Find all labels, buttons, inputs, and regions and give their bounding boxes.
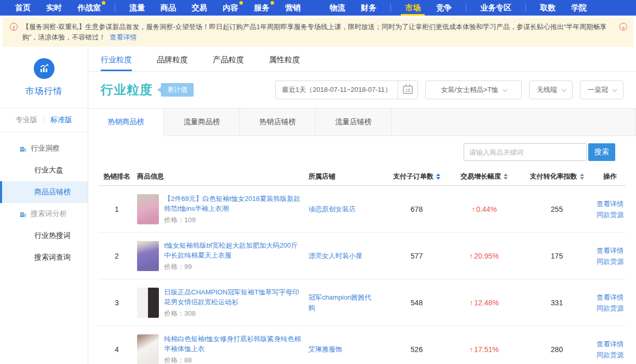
version-pro[interactable]: 专业版: [9, 115, 44, 125]
header-actions: 操作: [594, 172, 626, 181]
tab-product-granularity[interactable]: 产品粒度: [213, 49, 244, 71]
up-arrow-icon: ↑: [471, 205, 475, 213]
search-button[interactable]: 搜索: [588, 143, 615, 161]
product-title-link[interactable]: t恤女短袖韩版bf宽松超大款加肥加大码200斤中长款纯棉夏天上衣服: [164, 240, 304, 260]
view-detail-link[interactable]: 查看详情: [597, 198, 624, 209]
building-icon: [20, 211, 26, 218]
nav-item-trade[interactable]: 交易: [188, 0, 210, 16]
nav-item-marketing[interactable]: 营销: [282, 0, 304, 16]
chevron-down-icon: [503, 87, 508, 92]
nav-item-warroom[interactable]: 作战室: [74, 0, 104, 16]
chevron-down-icon: [561, 87, 566, 92]
shop-link[interactable]: 艾琳雅服饰: [306, 344, 384, 355]
subtab-traffic-shops[interactable]: 流量店铺榜: [316, 109, 391, 136]
nav-item-realtime[interactable]: 实时: [43, 0, 65, 16]
nav-item-traffic[interactable]: 流量: [126, 0, 148, 16]
product-image[interactable]: [137, 334, 159, 364]
nav-item-business-zone[interactable]: 业务专区: [477, 0, 515, 16]
nav-item-logistics[interactable]: 物流: [327, 0, 348, 16]
table-row: 4 纯棉白色短袖t恤女修身打底衫韩版紧身纯色棉半袖体恤上衣 价格：88 艾琳雅服…: [99, 326, 626, 364]
sort-icon[interactable]: [436, 173, 440, 180]
product-image[interactable]: [137, 288, 159, 318]
header-conversion[interactable]: 支付转化率指数: [519, 172, 594, 181]
rank-value: 4: [99, 345, 135, 354]
conversion-value: 331: [519, 299, 594, 307]
product-title-link[interactable]: 纯棉白色短袖t恤女修身打底衫韩版紧身纯色棉半袖体恤上衣: [164, 334, 304, 354]
notice-detail-link[interactable]: 查看详情: [110, 33, 137, 41]
growth-value: 0.44%: [476, 205, 497, 213]
nav-item-content[interactable]: 内容: [220, 0, 241, 16]
notification-dot: [239, 1, 243, 5]
table-row: 3 日版正品CHAMPION冠军短袖T恤草写字母印花男女情侣款宽松运动衫 价格：…: [99, 279, 626, 326]
nav-item-home[interactable]: 首页: [12, 0, 34, 16]
up-arrow-icon: ↑: [469, 252, 473, 260]
shop-link[interactable]: 冠军champion茜茜代购: [306, 292, 384, 313]
product-price: 价格：308: [164, 309, 304, 318]
shop-link[interactable]: 读恋原创女装店: [306, 204, 384, 214]
market-chart-icon: [34, 58, 55, 79]
nav-item-market[interactable]: 市场: [402, 0, 424, 16]
nav-divider: [525, 4, 526, 11]
header-product: 商品信息: [135, 172, 306, 181]
nav-item-finance[interactable]: 财务: [358, 0, 380, 16]
rank-value: 3: [99, 299, 135, 307]
title-row: 行业粒度 累计值 最近1天（2018-07-11~2018-07-11） 15 …: [88, 72, 636, 109]
subtab-hot-shops[interactable]: 热销店铺榜: [240, 109, 316, 136]
subtab-traffic-products[interactable]: 流量商品榜: [164, 109, 240, 136]
view-detail-link[interactable]: 查看详情: [597, 245, 624, 256]
subtab-filler: [391, 109, 636, 136]
subtab-hot-products[interactable]: 热销商品榜: [88, 109, 164, 136]
close-icon[interactable]: [619, 23, 627, 31]
product-title-link[interactable]: 日版正品CHAMPION冠军短袖T恤草写字母印花男女情侣款宽松运动衫: [164, 287, 304, 307]
sidebar-item-industry-market[interactable]: 行业大盘: [0, 159, 88, 181]
conversion-value: 255: [519, 205, 594, 213]
table-row: 1 【2件69元】白色短袖t恤女2018夏装韩版新款韩范t恤ins半袖上衣潮 价…: [99, 186, 626, 233]
sidebar-item-product-shop-rank[interactable]: 商品店铺榜: [0, 181, 88, 203]
version-standard[interactable]: 标准版: [44, 115, 78, 125]
search-row: 搜索: [88, 136, 636, 167]
terminal-dropdown[interactable]: 无线端: [529, 80, 573, 99]
sidebar-group-industry-insight[interactable]: 行业洞察: [0, 138, 88, 159]
up-arrow-icon: ↑: [469, 299, 473, 307]
nav-item-competition[interactable]: 竞争: [433, 0, 455, 16]
nav-item-products[interactable]: 商品: [157, 0, 179, 16]
category-dropdown[interactable]: 女装/女士精品>T恤: [425, 80, 522, 99]
sort-icon[interactable]: [580, 173, 584, 180]
sidebar-item-hot-words[interactable]: 行业热搜词: [0, 225, 88, 247]
tab-attribute-granularity[interactable]: 属性粒度: [269, 49, 300, 71]
sidebar-item-word-query[interactable]: 搜索词查询: [0, 247, 88, 268]
search-input[interactable]: [464, 143, 587, 161]
same-source-link[interactable]: 同款货源: [597, 256, 624, 267]
header-growth[interactable]: 交易增长幅度: [449, 172, 519, 181]
same-source-link[interactable]: 同款货源: [597, 303, 624, 314]
cumulative-badge: 累计值: [161, 83, 194, 97]
product-title-link[interactable]: 【2件69元】白色短袖t恤女2018夏装韩版新款韩范t恤ins半袖上衣潮: [164, 194, 304, 213]
product-image[interactable]: [137, 241, 159, 271]
notification-dot: [270, 1, 274, 5]
notice-bar: 【服务洞察-双重礼】生意参谋新品首发，服务洞察-众望登场！即日起订购产品1年周期…: [3, 18, 633, 47]
shop-level-dropdown[interactable]: 一皇冠: [580, 80, 624, 99]
shop-link[interactable]: 漂亮女人时装小屋: [306, 251, 384, 261]
main-content: 行业粒度 品牌粒度 产品粒度 属性粒度 行业粒度 累计值 最近1天（2018-0…: [88, 49, 636, 364]
header-orders[interactable]: 支付子订单数: [384, 172, 449, 181]
orders-value: 678: [384, 205, 449, 213]
tab-industry-granularity[interactable]: 行业粒度: [101, 49, 132, 71]
same-source-link[interactable]: 同款货源: [597, 209, 624, 220]
same-source-link[interactable]: 同款货源: [597, 349, 624, 360]
nav-divider: [390, 4, 391, 11]
rank-table: 热销排名 商品信息 所属店铺 支付子订单数 交易增长幅度 支付转化率指数 操作: [88, 167, 636, 364]
sort-icon[interactable]: [504, 173, 508, 180]
calendar-button[interactable]: 15: [398, 80, 417, 99]
product-image[interactable]: [137, 194, 159, 224]
product-price: 价格：88: [164, 356, 304, 364]
date-range-picker[interactable]: 最近1天（2018-07-11~2018-07-11） 15: [275, 80, 418, 99]
view-detail-link[interactable]: 查看详情: [597, 292, 624, 303]
sidebar-group-search-words[interactable]: 搜索词分析: [0, 203, 88, 225]
nav-item-data-fetch[interactable]: 取数: [537, 0, 559, 16]
view-detail-link[interactable]: 查看详情: [597, 339, 624, 349]
nav-item-academy[interactable]: 学院: [568, 0, 590, 16]
nav-item-service[interactable]: 服务: [251, 0, 273, 16]
sidebar-menu: 行业洞察 行业大盘 商品店铺榜 搜索词分析 行业热搜词 搜索词查询: [0, 132, 88, 268]
tab-brand-granularity[interactable]: 品牌粒度: [157, 49, 188, 71]
sidebar-header: 市场行情: [0, 49, 88, 108]
